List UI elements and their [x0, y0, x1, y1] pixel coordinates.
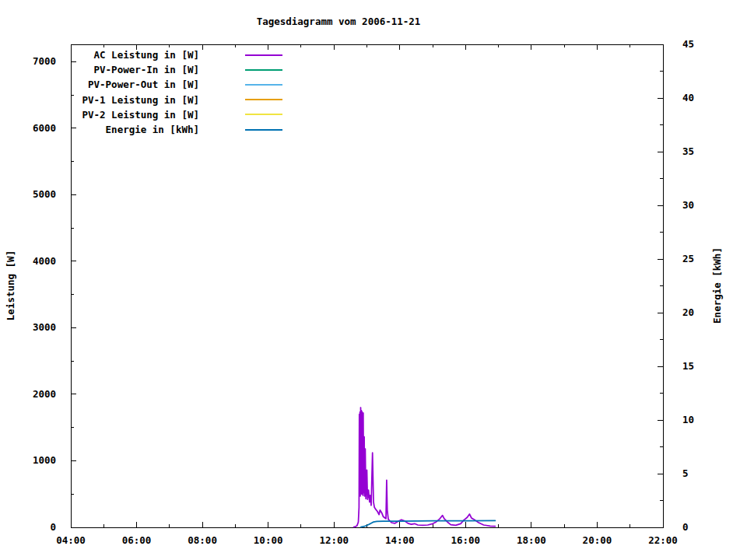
x-tick-label: 04:00 — [56, 534, 86, 546]
legend-label: AC Leistung in [W] — [70, 49, 199, 61]
legend-line-sample — [245, 54, 282, 56]
y2-tick-label: 45 — [682, 38, 694, 50]
y2-tick-label: 5 — [682, 467, 689, 479]
legend-item: PV-Power-Out in [W] — [70, 77, 282, 92]
legend-line-sample — [245, 84, 282, 86]
chart-page: Tagesdiagramm vom 2006-11-21 Leistung [W… — [0, 0, 747, 560]
y-tick-label: 6000 — [33, 122, 56, 134]
y2-tick-label: 15 — [682, 360, 694, 372]
legend-item: PV-Power-In in [W] — [70, 62, 282, 77]
series-line-ac-leistung-in-w- — [354, 408, 496, 527]
x-tick-label: 16:00 — [451, 534, 481, 546]
y2-tick-label: 25 — [682, 253, 694, 264]
x-tick-label: 22:00 — [648, 534, 678, 546]
legend-line-sample — [245, 114, 282, 115]
y-tick-label: 4000 — [33, 255, 56, 267]
legend-item: PV-1 Leistung in [W] — [70, 93, 282, 107]
y2-tick-label: 30 — [682, 199, 694, 211]
y-tick-label: 2000 — [33, 388, 56, 400]
legend-item: AC Leistung in [W] — [70, 47, 282, 62]
legend-line-sample — [245, 99, 282, 100]
x-tick-label: 12:00 — [319, 534, 349, 546]
legend-line-sample — [245, 69, 282, 71]
legend-line-sample — [245, 129, 282, 131]
series-line-energie-in-kwh- — [361, 520, 496, 527]
y-tick-label: 1000 — [33, 454, 56, 466]
y2-tick-label: 20 — [682, 306, 694, 318]
y-tick-label: 5000 — [33, 188, 56, 200]
legend-label: Energie in [kWh] — [70, 124, 199, 135]
y-tick-label: 3000 — [33, 321, 56, 333]
y2-tick-label: 35 — [682, 145, 694, 157]
x-tick-label: 06:00 — [122, 534, 152, 546]
y-tick-label: 0 — [50, 521, 56, 533]
legend-label: PV-1 Leistung in [W] — [70, 94, 199, 106]
y2-tick-label: 0 — [682, 521, 689, 533]
legend-label: PV-Power-Out in [W] — [70, 79, 199, 90]
legend-label: PV-2 Leistung in [W] — [70, 109, 199, 121]
legend-label: PV-Power-In in [W] — [70, 64, 199, 75]
legend-item: Energie in [kWh] — [70, 122, 282, 137]
x-tick-label: 20:00 — [583, 534, 612, 546]
legend: AC Leistung in [W] PV-Power-In in [W] PV… — [70, 47, 282, 137]
x-tick-label: 08:00 — [188, 534, 217, 546]
y2-tick-label: 10 — [682, 414, 694, 425]
x-tick-label: 14:00 — [385, 534, 415, 546]
x-tick-label: 18:00 — [517, 534, 546, 546]
x-tick-label: 10:00 — [254, 534, 283, 546]
y2-tick-label: 40 — [682, 92, 694, 103]
legend-item: PV-2 Leistung in [W] — [70, 107, 282, 122]
y-tick-label: 7000 — [33, 55, 56, 67]
